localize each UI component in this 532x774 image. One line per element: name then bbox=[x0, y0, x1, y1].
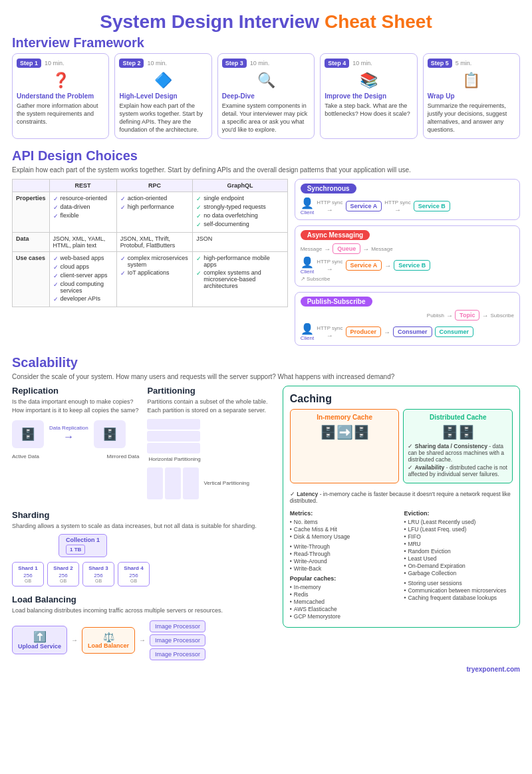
caching-title: Caching bbox=[290, 393, 513, 405]
shard-2-size: 256 GB bbox=[52, 573, 74, 583]
distributed-icon: 🗄️🗄️ bbox=[408, 424, 508, 440]
api-table: REST RPC GraphQL Properties ✓resource-or… bbox=[12, 179, 288, 307]
api-rest-data: JSON, XML, YAML, HTML, plain text bbox=[49, 233, 116, 252]
mirrored-label: Mirrored Data bbox=[107, 453, 140, 459]
api-label-usecases: Use cases bbox=[13, 252, 50, 307]
api-header-rest: REST bbox=[49, 180, 116, 192]
shard-3-size: 256 GB bbox=[87, 573, 110, 583]
sync-arrow2: → bbox=[394, 206, 401, 213]
step-2-card: Step 2 10 min. 🔷 High-Level Design Expla… bbox=[114, 53, 211, 140]
async-service-b: Service B bbox=[394, 260, 430, 271]
step-3-time: 10 min. bbox=[250, 60, 270, 66]
pattern-async: Async Messaging Message → Queue → Messag… bbox=[295, 225, 520, 287]
collection-block: Collection 1 1 TB bbox=[32, 534, 107, 560]
bottom-right: Caching In-memory Cache 🗄️➡️🗄️ Distribut… bbox=[283, 386, 520, 660]
step-2-desc: Explain how each part of the system work… bbox=[119, 102, 207, 134]
lb-proc-1: Image Processor bbox=[150, 620, 205, 632]
metric-cache-miss: Cache Miss & Hit bbox=[290, 526, 399, 533]
step-3-card: Step 3 10 min. 🔍 Deep-Dive Examine syste… bbox=[217, 53, 315, 140]
partitioning-block: Partitioning Partitions contain a subset… bbox=[147, 386, 274, 503]
step-3-name: Deep-Dive bbox=[222, 92, 310, 100]
step-1-badge: Step 1 bbox=[17, 59, 41, 68]
eviction-fifo: FIFO bbox=[404, 533, 513, 540]
step-4-icon: 📚 bbox=[325, 72, 412, 89]
pattern-sync-diagram: 👤 Client HTTP sync → Service A HTTP sync… bbox=[301, 197, 514, 215]
sync-label2: HTTP sync bbox=[384, 199, 410, 205]
hpart-row2 bbox=[147, 431, 274, 442]
step-5-desc: Summarize the requirements, justify your… bbox=[428, 102, 515, 134]
pattern-sync: Synchronous 👤 Client HTTP sync → Service… bbox=[295, 179, 520, 220]
cache-bottom: Metrics: No. items Cache Miss & Hit Disk… bbox=[290, 510, 513, 620]
async-top-row: Message → Queue → Message bbox=[301, 243, 514, 254]
replication-label: Data Replication bbox=[49, 425, 88, 431]
usecase-db: Caching frequent database lookups bbox=[404, 594, 513, 601]
pubsub-subscribe-label: Subscribe bbox=[490, 313, 514, 319]
read-through: Read-Through bbox=[290, 551, 399, 557]
cache-gcp: GCP Memorystore bbox=[290, 613, 399, 620]
step-5-time: 5 min. bbox=[456, 60, 472, 66]
replication-diagram: 🗄️ Data Replication → 🗄️ bbox=[12, 420, 139, 448]
distributed-col: Distributed Cache 🗄️🗄️ ✓ Sharing data / … bbox=[403, 409, 513, 483]
api-label-properties: Properties bbox=[13, 192, 50, 233]
cache-aws: AWS Elasticache bbox=[290, 606, 399, 612]
shard-2-name: Shard 2 bbox=[52, 565, 74, 571]
api-header-graphql: GraphQL bbox=[193, 180, 287, 192]
lb-arrow1: → bbox=[71, 636, 78, 644]
pattern-pubsub: Publish-Subscribe Publish → Topic → Subs… bbox=[295, 292, 520, 346]
async-arrow-http: → bbox=[327, 265, 333, 273]
hpart-row1 bbox=[147, 419, 274, 430]
pubsub-publish-label: Publish bbox=[427, 313, 444, 319]
cache-redis: Redis bbox=[290, 591, 399, 598]
replication-labels: Active Data Mirrored Data bbox=[12, 453, 139, 459]
eviction-ondemand: On-Demand Expiration bbox=[404, 563, 513, 569]
sync-client: 👤 Client bbox=[301, 197, 314, 215]
lb-desc: Load balancing distributes incoming traf… bbox=[12, 606, 275, 615]
shard-2: Shard 2 256 GB bbox=[47, 562, 79, 586]
lb-icon: ⚖️ bbox=[88, 632, 129, 642]
sync-label1: HTTP sync bbox=[317, 199, 342, 205]
footer: tryexponent.com bbox=[12, 666, 520, 673]
sync-arrow1: → bbox=[327, 206, 333, 213]
page-title: System Design Interview Cheat Sheet bbox=[12, 12, 520, 33]
step-4-name: Improve the Design bbox=[325, 92, 412, 100]
hpart-block2 bbox=[147, 431, 200, 442]
pattern-sync-title: Synchronous bbox=[301, 184, 356, 194]
shard-3: Shard 3 256 GB bbox=[82, 562, 114, 586]
api-rpc-data: JSON, XML, Thrift, Protobuf, FlatButters bbox=[116, 233, 193, 252]
api-subtitle: Explain how each part of the system work… bbox=[12, 166, 520, 174]
eviction-random: Random Eviction bbox=[404, 548, 513, 555]
vertical-partition: Vertical Partitioning bbox=[147, 467, 274, 499]
lb-upload-icon: ⬆️ bbox=[18, 630, 61, 643]
write-around: Write-Around bbox=[290, 558, 399, 565]
pubsub-arrow2: → bbox=[384, 328, 390, 336]
step-5-name: Wrap Up bbox=[428, 92, 515, 100]
usecase-sessions: Storing user sessions bbox=[404, 580, 513, 586]
pubsub-producer: Producer bbox=[346, 326, 382, 337]
async-queue: Queue bbox=[332, 243, 360, 254]
step-2-name: High-Level Design bbox=[119, 92, 207, 100]
sync-service-a: Service A bbox=[346, 201, 382, 211]
collection-label: Collection 1 1 TB bbox=[59, 534, 107, 557]
horizontal-label: Horizontal Partitioning bbox=[148, 456, 274, 462]
async-diagram: 👤 Client HTTP sync → Service A → Service… bbox=[301, 256, 514, 275]
step-5-badge: Step 5 bbox=[428, 59, 452, 68]
api-rest-usecases: ✓web-based apps ✓cloud apps ✓client-serv… bbox=[49, 252, 116, 307]
inmemory-title: In-memory Cache bbox=[295, 414, 395, 421]
rep-part-row: Replication Is the data important enough… bbox=[12, 386, 275, 503]
api-row-usecases: Use cases ✓web-based apps ✓cloud apps ✓c… bbox=[13, 252, 288, 307]
pubsub-consumer2: Consumer bbox=[435, 326, 474, 337]
write-policies: Write-Through Read-Through Write-Around … bbox=[290, 543, 399, 572]
active-label: Active Data bbox=[12, 453, 39, 459]
metric-items: No. items bbox=[290, 519, 399, 525]
api-graphql-properties: ✓single endpoint ✓strongly-typed request… bbox=[193, 192, 287, 233]
shard-4: Shard 4 256 GB bbox=[118, 562, 150, 586]
async-arrow-msg2: → bbox=[362, 245, 369, 253]
hpart-row3 bbox=[147, 443, 274, 453]
scalability-subtitle: Consider the scale of your system. How m… bbox=[12, 373, 520, 380]
api-section-title: API Design Choices bbox=[12, 148, 520, 164]
replication-arrow: Data Replication → bbox=[49, 425, 88, 443]
inmemory-icon: 🗄️➡️🗄️ bbox=[295, 424, 395, 440]
lb-processors: Image Processor Image Processor Image Pr… bbox=[150, 620, 205, 660]
distributed-title: Distributed Cache bbox=[408, 414, 508, 421]
shard-1-name: Shard 1 bbox=[17, 565, 39, 571]
